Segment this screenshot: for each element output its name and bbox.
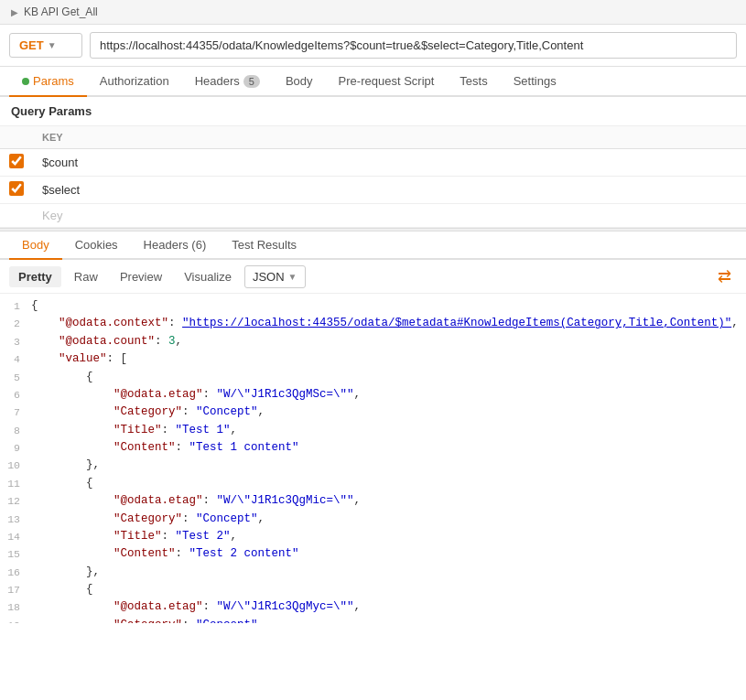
line-number: 13 [4, 511, 31, 528]
json-string: "W/\"J1R1c3QgMSc=\"" [217, 388, 354, 401]
req-tab-label-body: Body [286, 74, 313, 88]
line-content: { [31, 369, 93, 386]
json-line: 13 "Category": "Concept", [0, 511, 746, 528]
json-key: "Title" [114, 530, 162, 543]
json-text [31, 600, 114, 613]
req-tab-headers[interactable]: Headers5 [182, 67, 273, 97]
line-content: "Title": "Test 1", [31, 422, 237, 439]
json-string: "W/\"J1R1c3QgMic=\"" [217, 494, 354, 507]
json-text: : [203, 388, 217, 401]
preview-button[interactable]: Preview [111, 266, 171, 287]
json-text: , [258, 405, 265, 418]
json-text: { [31, 583, 93, 596]
json-line: 8 "Title": "Test 1", [0, 422, 746, 439]
line-number: 8 [4, 422, 31, 439]
json-text [31, 352, 59, 365]
resp-tab-headers[interactable]: Headers (6) [131, 232, 220, 260]
json-string: "W/\"J1R1c3QgMyc=\"" [217, 600, 354, 613]
json-text [31, 335, 59, 348]
json-key: "Title" [114, 424, 162, 436]
json-text: : [ [107, 352, 128, 365]
json-key: "@odata.context" [59, 317, 168, 329]
json-text [31, 530, 114, 543]
line-content: "Title": "Test 2", [31, 528, 237, 545]
req-tab-prerequest[interactable]: Pre-request Script [326, 67, 448, 97]
line-content: "@odata.etag": "W/\"J1R1c3QgMyc=\"", [31, 598, 361, 616]
line-number: 18 [4, 598, 31, 616]
req-tab-tests[interactable]: Tests [447, 67, 500, 97]
json-text: , [731, 317, 739, 329]
response-tabs: BodyCookiesHeaders (6)Test Results [0, 232, 746, 260]
json-key: "@odata.etag" [114, 600, 203, 613]
json-line: 9 "Content": "Test 1 content" [0, 439, 746, 457]
line-content: { [31, 297, 38, 315]
json-text [31, 512, 114, 525]
pretty-button[interactable]: Pretty [9, 266, 61, 287]
json-line: 3 "@odata.count": 3, [0, 333, 746, 350]
json-link[interactable]: "https://localhost:44355/odata/$metadata… [182, 317, 731, 329]
json-text: , [231, 424, 238, 436]
json-line: 19 "Category": "Concept", [0, 617, 746, 623]
raw-button[interactable]: Raw [65, 266, 107, 287]
line-content: "Category": "Concept", [31, 511, 265, 528]
json-text: , [354, 600, 362, 613]
params-table: KEY $count$selectKey [0, 126, 746, 228]
line-content: "@odata.count": 3, [31, 333, 182, 350]
json-line: 2 "@odata.context": "https://localhost:4… [0, 315, 746, 332]
resp-tab-body[interactable]: Body [9, 232, 62, 260]
param-checkbox[interactable] [9, 181, 24, 196]
tab-dot [22, 78, 29, 85]
req-tab-label-headers: Headers [195, 74, 240, 88]
json-line: 10 }, [0, 457, 746, 474]
json-text: , [258, 512, 265, 525]
response-toolbar: Pretty Raw Preview Visualize JSON ▼ ⇄ [0, 260, 746, 294]
json-string: "Concept" [196, 405, 258, 418]
tab-badge-headers: 5 [243, 75, 260, 88]
json-string: "Test 1" [176, 424, 231, 436]
resp-tab-test_results[interactable]: Test Results [219, 232, 309, 260]
json-text: : [203, 600, 217, 613]
line-number: 1 [4, 297, 31, 315]
wrap-icon[interactable]: ⇄ [712, 264, 737, 288]
url-bar: GET ▼ [0, 25, 746, 67]
req-tab-params[interactable]: Params [9, 67, 87, 97]
method-dropdown-arrow: ▼ [48, 40, 57, 50]
resp-tab-cookies[interactable]: Cookies [62, 232, 131, 260]
json-string: "Concept" [196, 619, 258, 623]
top-bar-arrow: ▶ [11, 7, 18, 17]
param-key: $count [33, 149, 746, 177]
req-tab-label-prerequest: Pre-request Script [339, 74, 435, 88]
format-select[interactable]: JSON ▼ [244, 265, 306, 288]
req-tab-body[interactable]: Body [273, 67, 326, 97]
format-dropdown-arrow: ▼ [288, 272, 297, 282]
line-number: 15 [4, 545, 31, 563]
json-text [31, 619, 114, 623]
line-number: 17 [4, 581, 31, 598]
json-text: : [182, 512, 196, 525]
json-text: : [182, 619, 196, 623]
method-select[interactable]: GET ▼ [9, 33, 82, 58]
json-text [31, 441, 114, 454]
line-number: 9 [4, 439, 31, 457]
json-line: 6 "@odata.etag": "W/\"J1R1c3QgMSc=\"", [0, 386, 746, 404]
json-text: { [31, 477, 93, 490]
line-number: 6 [4, 386, 31, 404]
line-content: "@odata.context": "https://localhost:443… [31, 315, 739, 332]
json-line: 7 "Category": "Concept", [0, 404, 746, 421]
json-key: "@odata.etag" [114, 388, 203, 401]
json-text: , [354, 388, 362, 401]
json-string: "Test 1 content" [189, 441, 299, 454]
json-string: "Concept" [196, 512, 258, 525]
line-number: 14 [4, 528, 31, 545]
line-number: 10 [4, 457, 31, 474]
json-key: "@odata.count" [59, 335, 155, 348]
url-input[interactable] [90, 32, 737, 59]
json-text: : [162, 424, 176, 436]
req-tab-settings[interactable]: Settings [501, 67, 569, 97]
param-checkbox[interactable] [9, 154, 24, 168]
param-key-placeholder: Key [33, 204, 746, 228]
json-line: 4 "value": [ [0, 350, 746, 368]
json-text: , [258, 619, 265, 623]
req-tab-authorization[interactable]: Authorization [87, 67, 182, 97]
visualize-button[interactable]: Visualize [175, 266, 241, 287]
